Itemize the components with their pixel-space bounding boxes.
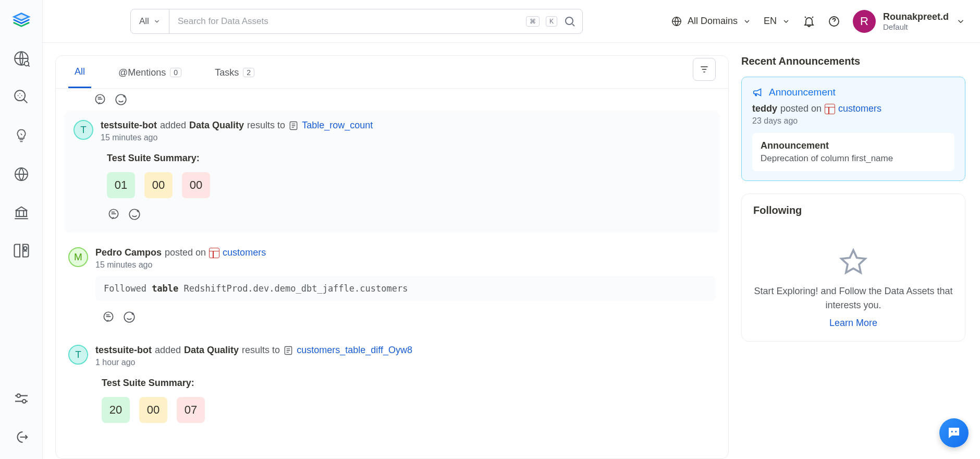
svg-point-7 <box>566 17 573 25</box>
logout-icon[interactable] <box>12 428 31 446</box>
megaphone-icon <box>752 87 764 98</box>
actor-name: testsuite-bot <box>95 345 152 356</box>
announcement-verb: posted on <box>780 103 822 114</box>
feed-tabs: All @Mentions 0 Tasks 2 <box>56 56 728 89</box>
following-section: Following Start Exploring! and Follow th… <box>741 194 965 342</box>
filter-button[interactable] <box>693 58 716 81</box>
governance-icon[interactable] <box>12 203 31 222</box>
stat-pass: 01 <box>107 172 135 198</box>
explore-icon[interactable] <box>12 49 31 68</box>
stat-fail: 00 <box>182 172 210 198</box>
domain-label: All Domains <box>688 16 738 27</box>
left-sidebar <box>0 0 43 459</box>
search-lens-icon[interactable] <box>12 88 31 106</box>
tab-tasks-label: Tasks <box>215 67 239 78</box>
feed-item: T testsuite-bot added Data Quality resul… <box>64 111 720 233</box>
feed-target-link[interactable]: customers <box>223 247 266 258</box>
star-icon <box>753 248 953 277</box>
tab-mentions-label: @Mentions <box>118 67 166 78</box>
domains-icon[interactable] <box>12 165 31 184</box>
chat-fab[interactable] <box>939 418 969 448</box>
feed-target-link[interactable]: customers_table_diff_Oyw8 <box>297 345 412 356</box>
tasks-count: 2 <box>243 68 254 77</box>
feed-item: T testsuite-bot added Data Quality resul… <box>56 334 728 433</box>
bell-icon <box>803 15 815 28</box>
announcement-card[interactable]: Announcement teddy posted on customers 2… <box>741 77 965 181</box>
svg-point-6 <box>22 400 26 403</box>
following-title: Following <box>753 204 953 216</box>
announcement-label: Announcement <box>769 87 836 98</box>
feed-item: M Pedro Campos posted on customers 15 mi… <box>56 237 728 334</box>
table-icon <box>209 248 219 258</box>
tab-all[interactable]: All <box>68 56 91 88</box>
filter-icon <box>699 64 709 75</box>
search-input[interactable] <box>169 16 526 27</box>
following-empty-text: Start Exploring! and Follow the Data Ass… <box>753 284 953 312</box>
emoji-icon[interactable] <box>114 93 128 106</box>
stat-pass: 20 <box>102 397 130 423</box>
chevron-down-icon <box>743 17 751 26</box>
activity-feed: All @Mentions 0 Tasks 2 <box>55 55 729 459</box>
suite-icon <box>283 345 293 356</box>
user-name: Rounakpreet.d <box>883 11 949 22</box>
notifications-button[interactable] <box>803 15 815 28</box>
actor-avatar: M <box>68 247 88 267</box>
announcements-section: Recent Announcements Announcement teddy … <box>741 55 965 181</box>
search-scope-dropdown[interactable]: All <box>131 9 169 33</box>
actor-avatar: T <box>68 345 88 365</box>
settings-toggle-icon[interactable] <box>12 389 31 408</box>
announcement-body-title: Announcement <box>761 140 946 151</box>
emoji-icon[interactable] <box>128 208 141 221</box>
search-icon[interactable] <box>564 15 576 28</box>
stat-warn: 00 <box>144 172 173 198</box>
tab-tasks[interactable]: Tasks 2 <box>209 57 261 88</box>
app-logo[interactable] <box>11 9 31 29</box>
feed-timestamp: 15 minutes ago <box>95 260 716 270</box>
svg-point-4 <box>23 247 27 250</box>
chevron-down-icon <box>153 18 161 25</box>
stat-fail: 07 <box>177 397 205 423</box>
language-label: EN <box>764 16 777 27</box>
tab-mentions[interactable]: @Mentions 0 <box>112 57 188 88</box>
mentions-count: 0 <box>170 68 181 77</box>
comment-icon[interactable] <box>93 93 107 106</box>
kbd-k: K <box>546 16 557 27</box>
comment-icon[interactable] <box>102 310 115 324</box>
svg-point-19 <box>955 431 957 432</box>
search-scope-label: All <box>139 16 149 27</box>
feed-timestamp: 15 minutes ago <box>101 133 710 142</box>
topbar: All ⌘ K All Domains EN <box>43 0 980 43</box>
announcement-timestamp: 23 days ago <box>752 116 954 126</box>
svg-point-2 <box>15 90 25 101</box>
announcement-body-text: Deprecation of column first_name <box>761 153 946 164</box>
chevron-down-icon <box>782 17 790 26</box>
chevron-down-icon <box>956 17 965 26</box>
svg-point-18 <box>951 431 953 432</box>
feed-target-link[interactable]: Table_row_count <box>302 120 373 131</box>
stat-warn: 00 <box>139 397 167 423</box>
glossary-icon[interactable] <box>12 242 31 261</box>
svg-point-5 <box>17 394 20 397</box>
help-icon <box>828 15 840 28</box>
actor-name: testsuite-bot <box>101 120 157 131</box>
language-selector[interactable]: EN <box>764 16 790 27</box>
suite-icon <box>288 120 299 131</box>
comment-icon[interactable] <box>107 208 120 221</box>
globe-icon <box>671 16 682 27</box>
user-avatar: R <box>853 10 876 33</box>
user-menu[interactable]: R Rounakpreet.d Default <box>853 10 965 33</box>
announcement-poster: teddy <box>752 103 777 114</box>
announcement-target[interactable]: customers <box>838 103 881 114</box>
help-button[interactable] <box>828 15 840 28</box>
domain-selector[interactable]: All Domains <box>671 16 751 27</box>
actor-name: Pedro Campos <box>95 247 162 258</box>
emoji-icon[interactable] <box>123 310 136 324</box>
kbd-cmd: ⌘ <box>526 16 540 27</box>
search-bar: All ⌘ K <box>130 9 583 34</box>
feed-timestamp: 1 hour ago <box>95 358 716 367</box>
learn-more-link[interactable]: Learn More <box>829 318 877 329</box>
insights-icon[interactable] <box>12 126 31 145</box>
user-role: Default <box>883 22 949 31</box>
announcements-title: Recent Announcements <box>741 55 965 67</box>
follow-detail: Followed table RedshiftProd.dev.demo_dbt… <box>95 276 716 301</box>
